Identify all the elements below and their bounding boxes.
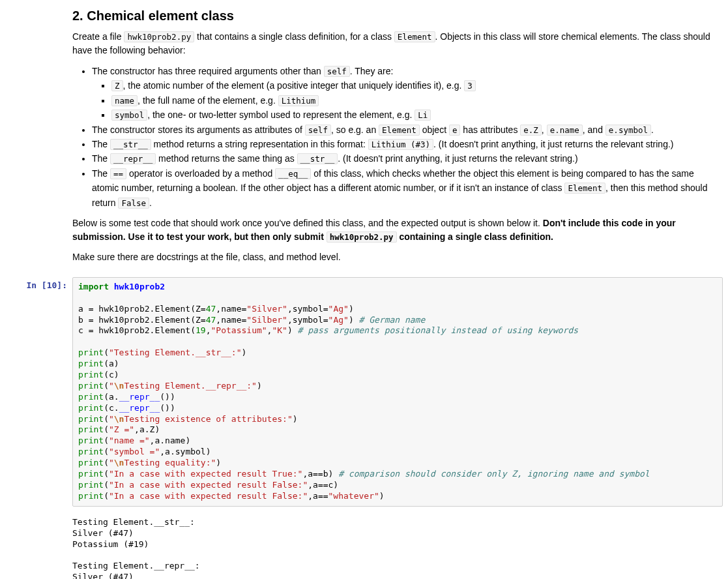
list-item: The == operator is overloaded by a metho… (92, 166, 723, 210)
list-item: The constructor stores its arguments as … (92, 123, 723, 137)
code-input-area[interactable]: import hwk10prob2 a = hwk10prob2.Element… (72, 277, 723, 507)
intro-paragraph: Create a file hwk10prob2.py that contain… (72, 30, 723, 57)
markdown-body: 2. Chemical element class Create a file … (72, 8, 723, 271)
list-item: Z, the atomic number of the element (a p… (111, 78, 723, 93)
markdown-cell: 2. Chemical element class Create a file … (5, 5, 723, 274)
output-prompt (5, 513, 72, 579)
stdout-output: Testing Element.__str__: Silver (#47) Po… (72, 513, 723, 579)
code-filename: hwk10prob2.py (124, 31, 194, 42)
list-item: name, the full name of the element, e.g.… (111, 93, 723, 108)
output-cell: Testing Element.__str__: Silver (#47) Po… (5, 510, 723, 579)
code-classname: Element (394, 31, 435, 42)
markdown-prompt (5, 8, 72, 271)
requirements-list: The constructor has three required argum… (72, 64, 723, 210)
list-item: symbol, the one- or two-letter symbol us… (111, 108, 723, 122)
section-heading: 2. Chemical element class (72, 8, 723, 23)
code-cell: In [10]: import hwk10prob2 a = hwk10prob… (5, 274, 723, 510)
list-item: The __repr__ method returns the same thi… (92, 151, 723, 166)
note-paragraph: Below is some test code that should work… (72, 216, 723, 244)
docstring-note: Make sure there are docstrings at the fi… (72, 250, 723, 264)
list-item: The constructor has three required argum… (92, 64, 723, 123)
input-prompt: In [10]: (5, 277, 72, 507)
list-item: The __str__ method returns a string repr… (92, 137, 723, 151)
